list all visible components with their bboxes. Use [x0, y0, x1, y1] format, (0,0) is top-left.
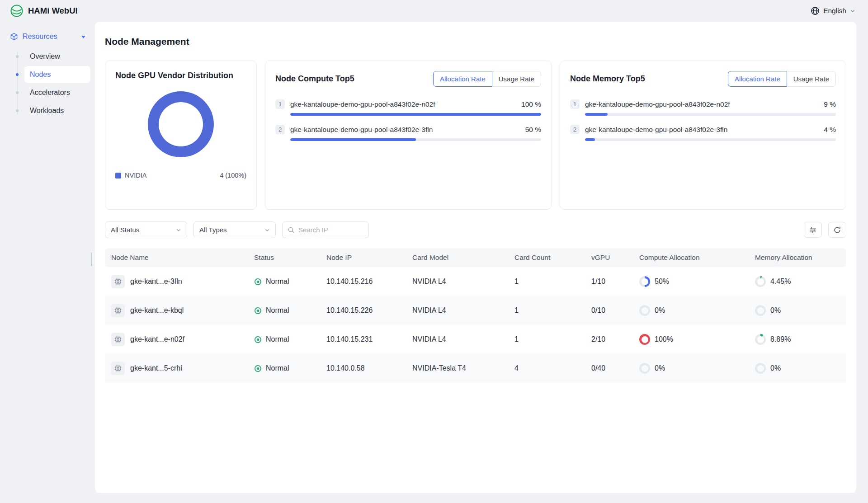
table-row[interactable]: gke-kant...e-kbql Normal 10.140.15.226 N…: [105, 296, 846, 325]
page-title: Node Management: [95, 36, 856, 47]
chevron-down-icon: [176, 227, 181, 233]
chevron-down-icon: [850, 8, 855, 14]
legend-item-nvidia[interactable]: NVIDIA 4 (100%): [115, 172, 246, 179]
language-selector[interactable]: English: [811, 6, 855, 15]
memory-allocation-value: 8.89%: [770, 335, 791, 343]
sidebar-group-label: Resources: [23, 33, 57, 41]
sidebar-collapse-handle[interactable]: [91, 253, 92, 266]
sidebar: Resources Overview Nodes Accelerators Wo…: [0, 22, 95, 498]
search-ip-box[interactable]: [282, 221, 369, 238]
progress-fill: [290, 113, 541, 116]
status-filter-select[interactable]: All Status: [105, 221, 187, 238]
table-header-row: Node Name Status Node IP Card Model Card…: [105, 248, 846, 267]
nodes-table-wrap: Node Name Status Node IP Card Model Card…: [95, 248, 856, 383]
compute-card-title: Node Compute Top5: [275, 74, 354, 84]
list-item: 2 gke-kantaloupe-demo-gpu-pool-a843f02e-…: [275, 125, 541, 141]
compute-allocation-rate-tab[interactable]: Allocation Rate: [433, 71, 492, 87]
summary-cards: Node GPU Vendor Distribution NVIDIA 4 (1…: [95, 61, 856, 210]
search-ip-input[interactable]: [298, 226, 363, 234]
main-panel: Node Management Node GPU Vendor Distribu…: [95, 22, 856, 493]
node-ip: 10.140.15.226: [322, 296, 408, 325]
compute-allocation-ring: [639, 334, 650, 345]
col-node-ip: Node IP: [322, 248, 408, 267]
list-item: 1 gke-kantaloupe-demo-gpu-pool-a843f02e-…: [570, 99, 836, 116]
table-row[interactable]: gke-kant...e-3fln Normal 10.140.15.216 N…: [105, 267, 846, 296]
column-settings-button[interactable]: [804, 222, 822, 238]
memory-allocation-value: 0%: [770, 364, 781, 372]
progress-track: [290, 113, 541, 116]
card-count: 1: [510, 325, 587, 354]
vendor-donut-chart: [148, 91, 214, 157]
vendor-card-title: Node GPU Vendor Distribution: [115, 71, 246, 80]
status-normal-icon: [254, 278, 262, 286]
vendor-distribution-card: Node GPU Vendor Distribution NVIDIA 4 (1…: [105, 61, 257, 210]
rank-badge: 2: [570, 125, 580, 134]
globe-icon: [811, 6, 820, 15]
refresh-button[interactable]: [828, 222, 846, 238]
resources-icon: [10, 33, 18, 41]
memory-allocation-ring: [755, 276, 766, 287]
chevron-down-icon: [264, 227, 270, 233]
compute-top5-list: 1 gke-kantaloupe-demo-gpu-pool-a843f02e-…: [275, 99, 541, 141]
compute-allocation-value: 100%: [655, 335, 673, 343]
compute-allocation-ring: [639, 276, 650, 287]
language-label: English: [823, 7, 846, 15]
list-item: 1 gke-kantaloupe-demo-gpu-pool-a843f02e-…: [275, 99, 541, 116]
col-node-name: Node Name: [105, 248, 250, 267]
compute-allocation-value: 0%: [655, 306, 665, 315]
memory-top5-card: Node Memory Top5 Allocation Rate Usage R…: [560, 61, 846, 210]
brand-title: HAMi WebUI: [28, 6, 78, 16]
col-card-count: Card Count: [510, 248, 587, 267]
col-compute-allocation: Compute Allocation: [635, 248, 750, 267]
sidebar-item-nodes[interactable]: Nodes: [24, 66, 90, 83]
node-name: gke-kantaloupe-demo-gpu-pool-a843f02e-3f…: [585, 126, 727, 134]
node-value: 9 %: [824, 100, 836, 108]
legend-value: 4 (100%): [220, 172, 246, 179]
memory-usage-rate-tab[interactable]: Usage Rate: [787, 71, 836, 87]
sidebar-item-workloads[interactable]: Workloads: [24, 102, 90, 119]
col-card-model: Card Model: [408, 248, 510, 267]
chevron-down-icon: [81, 34, 86, 39]
legend-label: NVIDIA: [125, 172, 146, 179]
status-normal-icon: [254, 365, 262, 372]
gpu-chip-icon: [111, 333, 125, 346]
compute-allocation-ring: [639, 363, 650, 374]
status-normal-icon: [254, 307, 262, 315]
progress-fill: [585, 138, 595, 141]
status-badge: Normal: [266, 306, 289, 315]
type-filter-select[interactable]: All Types: [193, 221, 276, 238]
topbar: HAMi WebUI English: [0, 0, 868, 22]
node-name: gke-kant...e-kbql: [130, 306, 184, 315]
node-value: 100 %: [521, 100, 541, 108]
memory-allocation-rate-tab[interactable]: Allocation Rate: [728, 71, 787, 87]
memory-allocation-ring: [755, 305, 766, 316]
progress-track: [585, 138, 836, 141]
status-badge: Normal: [266, 364, 289, 372]
node-ip: 10.140.15.231: [322, 325, 408, 354]
compute-allocation-value: 0%: [655, 364, 665, 372]
col-status: Status: [250, 248, 322, 267]
node-name: gke-kant...e-n02f: [130, 335, 184, 343]
table-row[interactable]: gke-kant...e-n02f Normal 10.140.15.231 N…: [105, 325, 846, 354]
status-filter-value: All Status: [111, 226, 139, 234]
type-filter-value: All Types: [199, 226, 227, 234]
table-tools: [804, 222, 846, 238]
card-model: NVIDIA-Tesla T4: [408, 354, 510, 383]
memory-allocation-value: 4.45%: [770, 277, 791, 286]
status-normal-icon: [254, 336, 262, 343]
status-badge: Normal: [266, 277, 289, 286]
node-value: 4 %: [824, 126, 836, 134]
memory-top5-list: 1 gke-kantaloupe-demo-gpu-pool-a843f02e-…: [570, 99, 836, 141]
rank-badge: 2: [275, 125, 285, 134]
table-row[interactable]: gke-kant...5-crhi Normal 10.140.0.58 NVI…: [105, 354, 846, 383]
memory-allocation-value: 0%: [770, 306, 781, 315]
search-icon: [288, 226, 295, 234]
compute-usage-rate-tab[interactable]: Usage Rate: [492, 71, 541, 87]
legend-swatch: [115, 173, 121, 179]
card-model: NVIDIA L4: [408, 296, 510, 325]
compute-allocation-ring: [639, 305, 650, 316]
sidebar-item-overview[interactable]: Overview: [24, 48, 90, 65]
memory-card-title: Node Memory Top5: [570, 74, 645, 84]
sidebar-item-accelerators[interactable]: Accelerators: [24, 84, 90, 101]
sidebar-group-resources[interactable]: Resources: [5, 28, 90, 45]
